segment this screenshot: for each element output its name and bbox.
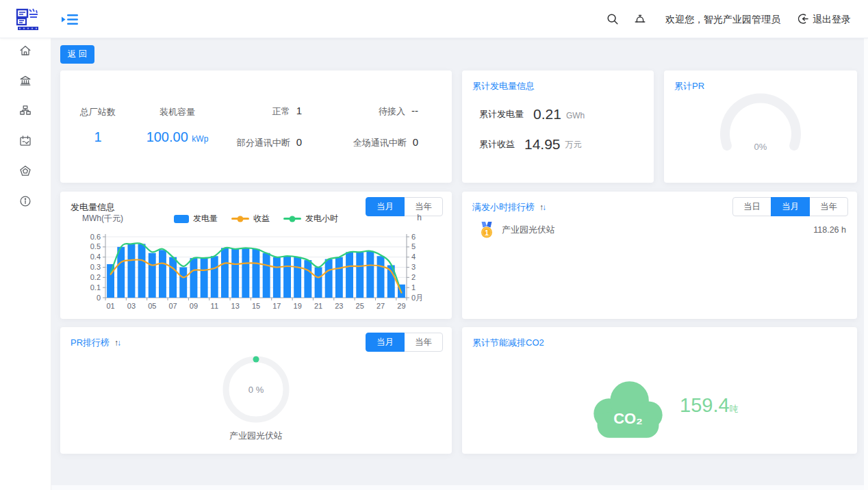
svg-text:2: 2 — [411, 273, 416, 281]
card-title: 累计节能减排CO2 — [472, 337, 544, 349]
dashboard-screen: 欢迎您，智光产业园管理员 退出登录 — [0, 0, 868, 490]
generation-chart: 0.660.550.440.330.220.1100月0103050709111… — [72, 229, 442, 312]
status-full-interrupt: 全场通讯中断0 — [353, 136, 418, 149]
cumulative-generation-card: 累计发电量信息 累计发电量 0.21 GWh 累计收益 14.95 万元 — [462, 70, 654, 183]
pr-rank-card: PR排行榜↑↓ 当月当年 0 % 产业园光伏站 — [60, 327, 452, 454]
svg-text:21: 21 — [314, 302, 322, 310]
co2-value: 159.4吨 — [680, 394, 739, 417]
svg-text:23: 23 — [335, 302, 343, 310]
logout-icon — [797, 13, 808, 27]
pr-station-name: 产业园光伏站 — [60, 430, 452, 442]
capacity-label: 装机容量 — [141, 106, 214, 118]
svg-text:29: 29 — [397, 302, 405, 310]
search-icon[interactable] — [607, 13, 619, 25]
content-bottom-strip — [51, 485, 868, 490]
pr-donut-marker — [253, 357, 259, 363]
sidebar-item-topology-icon[interactable] — [12, 105, 39, 117]
cumulative-income-row: 累计收益 14.95 万元 — [479, 136, 582, 153]
svg-text:6: 6 — [411, 233, 416, 241]
capacity-unit: kWp — [192, 134, 208, 144]
svg-text:05: 05 — [148, 302, 156, 310]
svg-text:19: 19 — [294, 302, 302, 310]
rank-station-name: 产业园光伏站 — [502, 224, 555, 236]
svg-text:0.1: 0.1 — [90, 283, 101, 292]
cumulative-generation-row: 累计发电量 0.21 GWh — [479, 106, 585, 122]
svg-text:17: 17 — [272, 302, 281, 310]
svg-text:11: 11 — [211, 302, 218, 310]
tab-当月[interactable]: 当月 — [771, 197, 810, 216]
svg-text:15: 15 — [252, 302, 260, 310]
co2-cloud-icon: CO₂ — [589, 376, 667, 443]
svg-text:5: 5 — [411, 242, 416, 250]
svg-text:4: 4 — [411, 253, 416, 261]
pr-gauge: 0% — [709, 91, 812, 159]
period-tabs: 当月当年 — [366, 333, 443, 352]
legend-generation: 发电量 — [174, 213, 218, 224]
tab-当月[interactable]: 当月 — [366, 197, 405, 216]
svg-text:1: 1 — [411, 283, 416, 292]
svg-text:0.6: 0.6 — [90, 233, 101, 241]
card-title: 累计发电量信息 — [472, 80, 535, 92]
tab-当日[interactable]: 当日 — [732, 197, 771, 216]
sort-icon[interactable]: ↑↓ — [114, 338, 120, 348]
co2-card: 累计节能减排CO2 CO₂ 159.4吨 — [462, 327, 857, 454]
svg-text:07: 07 — [168, 302, 177, 310]
status-partial-interrupt: 部分通讯中断0 — [237, 136, 302, 149]
svg-text:3: 3 — [411, 263, 416, 271]
period-tabs: 当日当月当年 — [732, 197, 848, 216]
main-content: 返 回 总厂站数 1 装机容量 100.00 kWp 正常1 待接入-- 部分通 — [51, 38, 868, 490]
right-axis-label: h — [417, 213, 422, 222]
pr-donut-value: 0 % — [248, 385, 264, 395]
svg-text:1: 1 — [485, 229, 489, 236]
rank-list-item: 1 产业园光伏站 118.26 h — [479, 222, 846, 238]
capacity-value: 100.00 kWp — [141, 129, 214, 145]
pr-donut: 0 % — [218, 352, 294, 427]
sidebar-item-badge-icon[interactable] — [12, 165, 39, 177]
svg-text:03: 03 — [127, 302, 136, 310]
legend-income: 收益 — [231, 213, 270, 224]
top-header: 欢迎您，智光产业园管理员 退出登录 — [0, 0, 868, 38]
generation-chart-card: 发电量信息 当月当年 发电量 收益 发电小时 MWh(千元) h 0.660.5… — [60, 192, 452, 319]
svg-text:27: 27 — [376, 302, 385, 310]
sidebar-item-schedule-icon[interactable] — [12, 135, 39, 147]
sidebar-collapse-icon[interactable] — [62, 14, 78, 25]
svg-text:01: 01 — [106, 302, 114, 310]
full-hours-rank-card: 满发小时排行榜↑↓ 当日当月当年 1 产业园光伏站 118.26 h — [462, 192, 857, 319]
card-title: 发电量信息 — [71, 201, 115, 214]
card-title: 满发小时排行榜↑↓ — [472, 201, 545, 214]
rank-station-value: 118.26 h — [813, 225, 846, 235]
sort-icon[interactable]: ↑↓ — [539, 203, 545, 212]
legend-hours: 发电小时 — [283, 213, 338, 224]
status-pending: 待接入-- — [379, 105, 418, 118]
co2-cloud-label: CO₂ — [613, 410, 643, 427]
overview-card: 总厂站数 1 装机容量 100.00 kWp 正常1 待接入-- 部分通讯中断0… — [60, 70, 452, 183]
tab-当月[interactable]: 当月 — [366, 333, 405, 352]
sidebar-item-info-icon[interactable] — [12, 195, 39, 207]
status-normal: 正常1 — [272, 105, 302, 118]
svg-text:0.5: 0.5 — [90, 242, 101, 250]
back-button[interactable]: 返 回 — [60, 45, 94, 64]
svg-text:0.2: 0.2 — [90, 273, 101, 281]
pr-gauge-value: 0% — [754, 142, 767, 152]
svg-text:13: 13 — [231, 302, 240, 310]
alarm-icon[interactable] — [634, 13, 646, 25]
svg-text:25: 25 — [356, 302, 364, 310]
card-title: PR排行榜↑↓ — [71, 337, 120, 349]
card-title: 累计PR — [674, 80, 704, 92]
sidebar-item-plant-icon[interactable] — [12, 75, 39, 87]
brand-logo-icon — [15, 6, 41, 32]
scrollbar-track[interactable] — [864, 38, 868, 490]
tab-当年[interactable]: 当年 — [809, 197, 848, 216]
svg-text:0月: 0月 — [411, 294, 423, 302]
cumulative-pr-card: 累计PR 0% — [664, 70, 857, 183]
welcome-text: 欢迎您，智光产业园管理员 — [665, 14, 780, 26]
medal-rank1-icon: 1 — [479, 222, 494, 239]
sidebar-item-home-icon[interactable] — [12, 44, 39, 57]
logout-button[interactable]: 退出登录 — [797, 13, 851, 27]
svg-text:0: 0 — [97, 294, 101, 302]
sidebar-nav — [0, 38, 51, 490]
station-count-label: 总厂站数 — [68, 106, 127, 118]
svg-text:0.3: 0.3 — [90, 263, 101, 271]
tab-当年[interactable]: 当年 — [404, 333, 443, 352]
left-axis-label: MWh(千元) — [82, 213, 123, 224]
